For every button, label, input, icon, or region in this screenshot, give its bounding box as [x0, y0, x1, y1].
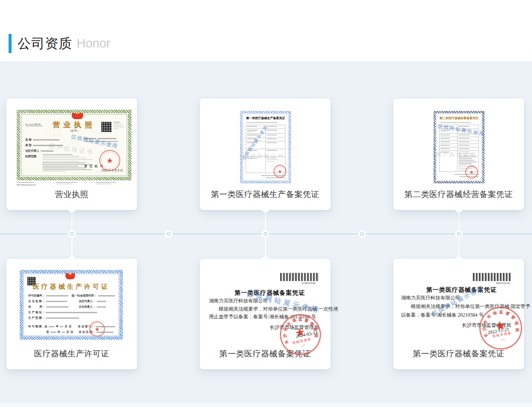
company-honor-page: 公司资质 Honor 营业执照 （副 本） 统一社会信用代码 名 称 类 型: [0, 0, 532, 407]
red-seal: ★: [89, 321, 105, 337]
timeline-node: [68, 230, 76, 238]
business-scope-text: [42, 154, 95, 173]
barcode: [473, 273, 511, 281]
timeline-node: [262, 230, 269, 238]
gray-watermark: 用户自传证书: [436, 151, 477, 159]
card-caption: 第一类医疗器械生产备案凭证: [200, 189, 330, 200]
barcode: [280, 273, 319, 281]
section-header: 公司资质 Honor: [9, 34, 110, 53]
faint-watermark: SCJDGL: [93, 130, 111, 135]
footer-url: http://www.gsxt.gov.cn: [17, 184, 53, 186]
red-seal: ★: [465, 166, 478, 179]
business-license-image: 营业执照 （副 本） 统一社会信用代码 名 称 类 型 法定代表人 经营范围 登…: [17, 110, 131, 180]
credit-code-value: [25, 126, 55, 126]
card-caption: 第一类医疗器械备案凭证: [393, 348, 524, 359]
field-label: 法定代表人: [25, 149, 39, 153]
faint-watermark: SCJDGL: [46, 165, 64, 169]
license-subtitle: （副 本）: [20, 129, 128, 133]
certificate-card-class1-production[interactable]: 第一类医疗器械生产备案凭证 ★ 用户自传证: [200, 99, 330, 210]
red-seal: ★: [99, 150, 120, 171]
page-title: 公司资质: [18, 35, 72, 53]
certificate-card-record-2017[interactable]: 07MION48 第一类医疗器械备案凭证 湖南力宾医疗科技有限公司： 根据相关法…: [200, 259, 330, 369]
certificate-image: 医疗器械生产许可证 许可证编号： 统一社会信用代码： 企 业 名 称： 法定代表…: [20, 270, 123, 340]
certificate-title: 医疗器械生产许可证: [23, 283, 119, 291]
certificate-card-class2-operation[interactable]: 第二类医疗器械经营备案凭证 ★: [393, 99, 524, 210]
timeline-node: [358, 230, 366, 238]
barcode-text: RBSXOCR1: [496, 282, 511, 284]
barcode-text: 07MION48: [302, 282, 315, 284]
page-subtitle: Honor: [77, 36, 110, 51]
field-label: 类 型: [25, 144, 32, 147]
certificate-card-production-license[interactable]: 医疗器械生产许可证 许可证编号： 统一社会信用代码： 企 业 名 称： 法定代表…: [6, 259, 137, 369]
next-section-edge: [0, 403, 532, 407]
card-caption: 医疗器械生产许可证: [6, 348, 137, 359]
national-emblem-icon: [65, 270, 75, 279]
certificate-image: 第一类医疗器械生产备案凭证 ★ 用户自传证: [240, 111, 291, 183]
faint-watermark: SCJDGL: [46, 133, 64, 137]
certificate-title: 第一类医疗器械生产备案凭证: [246, 116, 285, 120]
accent-bar: [9, 34, 12, 53]
field-label: 经营范围: [25, 155, 36, 159]
timeline-node: [165, 230, 172, 238]
certificate-title: 第二类医疗器械经营备案凭证: [439, 116, 479, 120]
certificate-card-record-2021[interactable]: RBSXOCR1 第一类医疗器械备案凭证 湖南力宾医疗科技有限公司： 根据相关法…: [393, 259, 524, 369]
certificate-image: 第二类医疗器械经营备案凭证 ★: [434, 111, 484, 183]
red-seal: ★: [273, 165, 286, 178]
document-title: 第一类医疗器械备案凭证: [393, 286, 524, 294]
certificate-card-business-license[interactable]: 营业执照 （副 本） 统一社会信用代码 名 称 类 型 法定代表人 经营范围 登…: [6, 99, 137, 210]
card-caption: 营业执照: [6, 189, 137, 200]
field-label: 名 称: [25, 138, 32, 142]
card-caption: 第二类医疗器械经营备案凭证: [393, 189, 524, 200]
qr-side-text: [113, 122, 125, 130]
national-emblem-icon: [72, 110, 83, 119]
timeline-node: [455, 230, 463, 238]
